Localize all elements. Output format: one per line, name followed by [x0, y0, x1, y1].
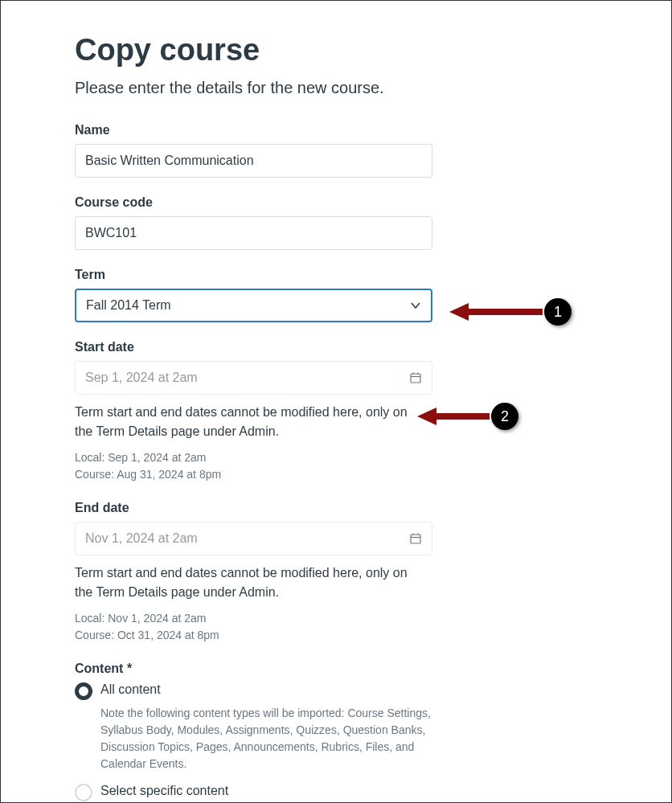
radio-specific-content-label: Select specific content: [100, 784, 228, 798]
start-date-label: Start date: [75, 340, 597, 354]
content-label: Content *: [75, 662, 597, 676]
svg-rect-0: [411, 374, 420, 383]
course-code-input[interactable]: [75, 216, 432, 250]
end-date-input[interactable]: Nov 1, 2024 at 2am: [75, 522, 432, 555]
term-value: Fall 2014 Term: [86, 298, 171, 313]
name-input[interactable]: [75, 144, 432, 178]
svg-rect-4: [411, 535, 420, 543]
end-date-course: Course: Oct 31, 2024 at 8pm: [75, 627, 597, 644]
end-date-local: Local: Nov 1, 2024 at 2am: [75, 610, 597, 627]
start-date-local: Local: Sep 1, 2024 at 2am: [75, 449, 597, 466]
end-date-helper: Term start and end dates cannot be modif…: [75, 563, 428, 602]
start-date-helper: Term start and end dates cannot be modif…: [75, 403, 428, 441]
page-subtitle: Please enter the details for the new cou…: [75, 79, 597, 97]
term-select[interactable]: Fall 2014 Term: [75, 289, 432, 322]
term-label: Term: [75, 268, 597, 282]
chevron-down-icon: [410, 300, 421, 311]
calendar-icon: [409, 532, 422, 545]
start-date-input[interactable]: Sep 1, 2024 at 2am: [75, 361, 432, 395]
start-date-course: Course: Aug 31, 2024 at 8pm: [75, 466, 597, 483]
name-label: Name: [75, 123, 597, 137]
end-date-value: Nov 1, 2024 at 2am: [85, 531, 198, 546]
start-date-value: Sep 1, 2024 at 2am: [85, 371, 198, 385]
radio-all-content[interactable]: [75, 682, 92, 700]
radio-all-content-label: All content: [100, 682, 161, 697]
page-title: Copy course: [75, 33, 597, 68]
course-code-label: Course code: [75, 195, 597, 210]
calendar-icon: [409, 371, 422, 384]
radio-specific-content[interactable]: [75, 784, 92, 801]
radio-all-content-desc: Note the following content types will be…: [100, 705, 450, 772]
end-date-label: End date: [75, 501, 597, 515]
